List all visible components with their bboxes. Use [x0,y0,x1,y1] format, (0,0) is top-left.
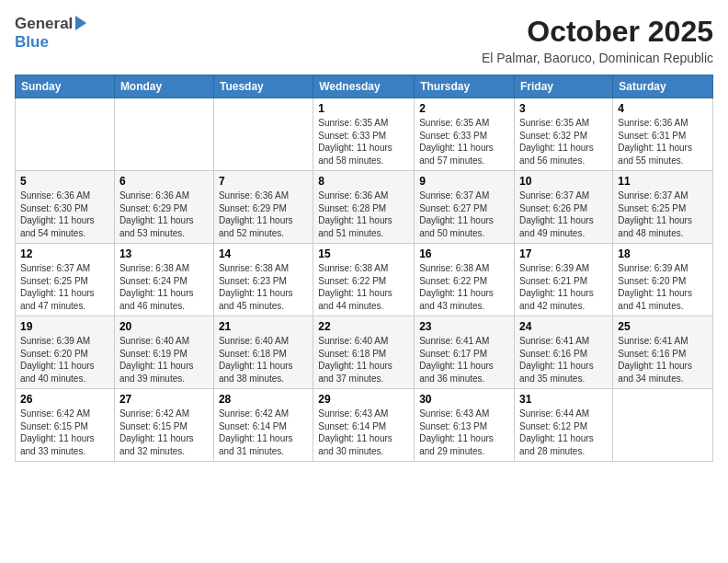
week-row-3: 12Sunrise: 6:37 AMSunset: 6:25 PMDayligh… [16,244,713,316]
day-number: 10 [519,175,608,188]
week-row-5: 26Sunrise: 6:42 AMSunset: 6:15 PMDayligh… [16,389,713,462]
day-number: 20 [119,320,209,333]
day-info: Sunrise: 6:42 AMSunset: 6:15 PMDaylight:… [20,408,109,457]
week-row-1: 1Sunrise: 6:35 AMSunset: 6:33 PMDaylight… [16,98,713,171]
calendar-cell: 28Sunrise: 6:42 AMSunset: 6:14 PMDayligh… [213,389,313,462]
day-info: Sunrise: 6:40 AMSunset: 6:19 PMDaylight:… [119,335,209,385]
day-info: Sunrise: 6:42 AMSunset: 6:15 PMDaylight:… [119,408,209,457]
calendar-cell: 3Sunrise: 6:35 AMSunset: 6:32 PMDaylight… [515,98,613,171]
day-number: 8 [318,175,409,188]
calendar-cell: 23Sunrise: 6:41 AMSunset: 6:17 PMDayligh… [415,316,515,389]
day-info: Sunrise: 6:43 AMSunset: 6:13 PMDaylight:… [419,408,509,457]
day-number: 2 [419,102,509,115]
calendar-cell: 21Sunrise: 6:40 AMSunset: 6:18 PMDayligh… [213,316,313,389]
weekday-header-friday: Friday [515,75,613,98]
day-info: Sunrise: 6:38 AMSunset: 6:22 PMDaylight:… [318,262,409,312]
day-info: Sunrise: 6:41 AMSunset: 6:17 PMDaylight:… [419,335,509,385]
day-number: 7 [219,175,308,188]
day-info: Sunrise: 6:39 AMSunset: 6:20 PMDaylight:… [618,262,708,312]
day-number: 15 [318,247,409,260]
calendar-cell [114,98,213,171]
weekday-header-row: SundayMondayTuesdayWednesdayThursdayFrid… [16,75,713,98]
day-number: 27 [119,393,209,406]
calendar-cell: 24Sunrise: 6:41 AMSunset: 6:16 PMDayligh… [515,316,613,389]
day-info: Sunrise: 6:35 AMSunset: 6:32 PMDaylight:… [519,117,608,167]
month-title: October 2025 [482,15,713,49]
calendar: SundayMondayTuesdayWednesdayThursdayFrid… [15,75,713,462]
day-number: 31 [519,393,608,406]
logo-arrow-icon [75,16,86,30]
calendar-cell: 26Sunrise: 6:42 AMSunset: 6:15 PMDayligh… [16,389,115,462]
day-info: Sunrise: 6:38 AMSunset: 6:23 PMDaylight:… [219,262,308,312]
day-info: Sunrise: 6:44 AMSunset: 6:12 PMDaylight:… [519,408,608,457]
calendar-cell: 14Sunrise: 6:38 AMSunset: 6:23 PMDayligh… [213,244,313,316]
day-info: Sunrise: 6:41 AMSunset: 6:16 PMDaylight:… [618,335,708,385]
day-info: Sunrise: 6:35 AMSunset: 6:33 PMDaylight:… [419,117,509,167]
header: General Blue October 2025 El Palmar, Bao… [15,15,713,65]
day-info: Sunrise: 6:41 AMSunset: 6:16 PMDaylight:… [519,335,608,385]
day-number: 19 [20,320,109,333]
day-number: 28 [219,393,308,406]
calendar-cell: 30Sunrise: 6:43 AMSunset: 6:13 PMDayligh… [415,389,515,462]
week-row-4: 19Sunrise: 6:39 AMSunset: 6:20 PMDayligh… [16,316,713,389]
day-info: Sunrise: 6:37 AMSunset: 6:27 PMDaylight:… [419,190,509,239]
calendar-cell: 11Sunrise: 6:37 AMSunset: 6:25 PMDayligh… [613,171,713,244]
calendar-cell: 9Sunrise: 6:37 AMSunset: 6:27 PMDaylight… [415,171,515,244]
day-info: Sunrise: 6:37 AMSunset: 6:26 PMDaylight:… [519,190,608,239]
day-info: Sunrise: 6:40 AMSunset: 6:18 PMDaylight:… [318,335,409,385]
day-info: Sunrise: 6:39 AMSunset: 6:20 PMDaylight:… [20,335,109,385]
day-number: 17 [519,247,608,260]
day-number: 21 [219,320,308,333]
day-number: 6 [119,175,209,188]
day-info: Sunrise: 6:37 AMSunset: 6:25 PMDaylight:… [618,190,708,239]
calendar-cell: 25Sunrise: 6:41 AMSunset: 6:16 PMDayligh… [613,316,713,389]
calendar-cell: 12Sunrise: 6:37 AMSunset: 6:25 PMDayligh… [16,244,115,316]
day-info: Sunrise: 6:36 AMSunset: 6:28 PMDaylight:… [318,190,409,239]
calendar-cell: 1Sunrise: 6:35 AMSunset: 6:33 PMDaylight… [313,98,415,171]
calendar-cell: 6Sunrise: 6:36 AMSunset: 6:29 PMDaylight… [114,171,213,244]
page: General Blue October 2025 El Palmar, Bao… [0,0,728,563]
calendar-cell: 19Sunrise: 6:39 AMSunset: 6:20 PMDayligh… [16,316,115,389]
weekday-header-saturday: Saturday [613,75,713,98]
day-number: 14 [219,247,308,260]
day-info: Sunrise: 6:36 AMSunset: 6:30 PMDaylight:… [20,190,109,239]
logo-blue: Blue [15,33,49,52]
calendar-cell [16,98,115,171]
calendar-cell: 31Sunrise: 6:44 AMSunset: 6:12 PMDayligh… [515,389,613,462]
day-info: Sunrise: 6:36 AMSunset: 6:31 PMDaylight:… [618,117,708,167]
day-number: 16 [419,247,509,260]
weekday-header-thursday: Thursday [415,75,515,98]
day-number: 1 [318,102,409,115]
day-number: 30 [419,393,509,406]
calendar-cell: 16Sunrise: 6:38 AMSunset: 6:22 PMDayligh… [415,244,515,316]
calendar-cell: 4Sunrise: 6:36 AMSunset: 6:31 PMDaylight… [613,98,713,171]
calendar-cell: 22Sunrise: 6:40 AMSunset: 6:18 PMDayligh… [313,316,415,389]
calendar-cell [213,98,313,171]
calendar-cell [613,389,713,462]
day-number: 11 [618,175,708,188]
day-number: 3 [519,102,608,115]
calendar-cell: 18Sunrise: 6:39 AMSunset: 6:20 PMDayligh… [613,244,713,316]
day-number: 25 [618,320,708,333]
weekday-header-monday: Monday [114,75,213,98]
day-info: Sunrise: 6:43 AMSunset: 6:14 PMDaylight:… [318,408,409,457]
day-info: Sunrise: 6:37 AMSunset: 6:25 PMDaylight:… [20,262,109,312]
day-number: 4 [618,102,708,115]
calendar-cell: 27Sunrise: 6:42 AMSunset: 6:15 PMDayligh… [114,389,213,462]
day-number: 22 [318,320,409,333]
day-info: Sunrise: 6:39 AMSunset: 6:21 PMDaylight:… [519,262,608,312]
day-number: 24 [519,320,608,333]
day-number: 26 [20,393,109,406]
calendar-cell: 8Sunrise: 6:36 AMSunset: 6:28 PMDaylight… [313,171,415,244]
day-info: Sunrise: 6:40 AMSunset: 6:18 PMDaylight:… [219,335,308,385]
day-info: Sunrise: 6:42 AMSunset: 6:14 PMDaylight:… [219,408,308,457]
calendar-cell: 29Sunrise: 6:43 AMSunset: 6:14 PMDayligh… [313,389,415,462]
day-info: Sunrise: 6:35 AMSunset: 6:33 PMDaylight:… [318,117,409,167]
day-number: 29 [318,393,409,406]
day-number: 13 [119,247,209,260]
day-info: Sunrise: 6:38 AMSunset: 6:24 PMDaylight:… [119,262,209,312]
location: El Palmar, Baoruco, Dominican Republic [482,51,713,65]
day-number: 18 [618,247,708,260]
calendar-cell: 17Sunrise: 6:39 AMSunset: 6:21 PMDayligh… [515,244,613,316]
day-number: 23 [419,320,509,333]
